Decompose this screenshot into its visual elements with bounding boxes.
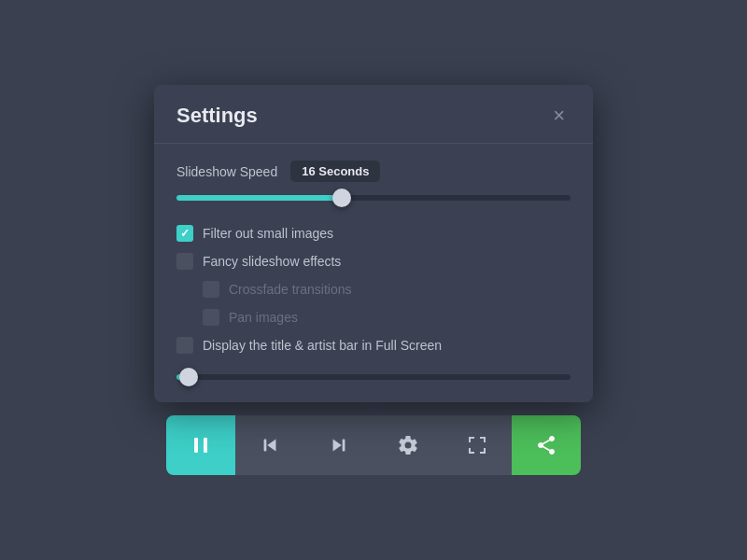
bottom-slider-thumb[interactable] bbox=[179, 368, 198, 386]
bottom-slider-track bbox=[176, 374, 571, 380]
modal-body: Slideshow Speed 16 Seconds Filter out sm… bbox=[154, 144, 593, 402]
slider-thumb[interactable] bbox=[332, 189, 351, 207]
speed-badge: 16 Seconds bbox=[290, 161, 380, 182]
svg-rect-3 bbox=[264, 440, 267, 452]
settings-modal: Settings × Slideshow Speed 16 Seconds bbox=[154, 85, 593, 402]
svg-rect-0 bbox=[194, 438, 198, 453]
checkbox-filter-small-box[interactable] bbox=[176, 225, 193, 242]
checkbox-crossfade[interactable]: Crossfade transitions bbox=[176, 275, 571, 303]
fullscreen-button[interactable] bbox=[443, 415, 512, 475]
checkbox-crossfade-box[interactable] bbox=[203, 281, 219, 298]
checkbox-display-title-box[interactable] bbox=[176, 337, 193, 354]
close-button[interactable]: × bbox=[547, 104, 571, 128]
checkbox-fancy-slideshow-box[interactable] bbox=[176, 253, 193, 270]
checkbox-pan-images-label: Pan images bbox=[229, 310, 298, 325]
checkbox-fancy-slideshow[interactable]: Fancy slideshow effects bbox=[176, 247, 571, 275]
skip-forward-icon bbox=[329, 435, 349, 455]
svg-rect-5 bbox=[343, 440, 345, 452]
checkbox-display-title-label: Display the title & artist bar in Full S… bbox=[203, 338, 442, 353]
speed-row: Slideshow Speed 16 Seconds bbox=[176, 161, 571, 182]
skip-back-button[interactable] bbox=[235, 415, 304, 475]
speed-slider[interactable] bbox=[176, 195, 571, 201]
settings-button[interactable] bbox=[374, 415, 443, 475]
svg-marker-4 bbox=[333, 440, 342, 452]
checkbox-pan-images[interactable]: Pan images bbox=[176, 303, 571, 331]
checkbox-list: Filter out small images Fancy slideshow … bbox=[176, 219, 571, 359]
bottom-slider[interactable] bbox=[176, 374, 571, 380]
checkbox-filter-small-label: Filter out small images bbox=[203, 226, 333, 241]
checkbox-pan-images-box[interactable] bbox=[203, 309, 219, 326]
modal-tail bbox=[360, 402, 387, 415]
modal-header: Settings × bbox=[154, 85, 593, 144]
slider-track bbox=[176, 195, 571, 201]
slider-fill bbox=[176, 195, 342, 201]
speed-label: Slideshow Speed bbox=[176, 164, 277, 179]
checkbox-filter-small[interactable]: Filter out small images bbox=[176, 219, 571, 247]
gear-icon bbox=[397, 434, 419, 456]
skip-forward-button[interactable] bbox=[304, 415, 374, 475]
modal-container: Settings × Slideshow Speed 16 Seconds bbox=[154, 85, 593, 475]
fullscreen-icon bbox=[466, 434, 488, 456]
modal-title: Settings bbox=[176, 104, 258, 128]
checkbox-crossfade-label: Crossfade transitions bbox=[229, 282, 352, 297]
checkbox-fancy-slideshow-label: Fancy slideshow effects bbox=[203, 254, 341, 269]
checkbox-display-title[interactable]: Display the title & artist bar in Full S… bbox=[176, 331, 571, 359]
toolbar bbox=[166, 415, 581, 475]
pause-icon bbox=[190, 434, 212, 456]
svg-rect-1 bbox=[204, 438, 207, 453]
pause-button[interactable] bbox=[166, 415, 235, 475]
skip-back-icon bbox=[260, 435, 280, 455]
share-button[interactable] bbox=[512, 415, 581, 475]
share-icon bbox=[535, 434, 557, 456]
svg-marker-2 bbox=[267, 440, 275, 452]
